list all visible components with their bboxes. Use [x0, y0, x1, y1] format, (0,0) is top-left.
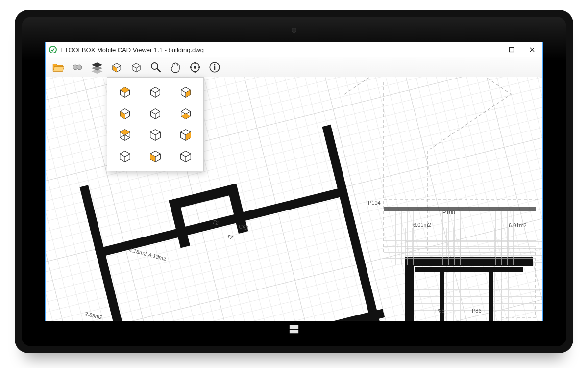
svg-rect-0 [290, 325, 294, 329]
drawing-label: 6.01m2 [413, 222, 431, 228]
app-icon [46, 46, 60, 53]
svg-point-8 [77, 65, 82, 70]
view-wire-button[interactable] [142, 82, 169, 101]
info-button[interactable] [206, 59, 223, 76]
view-iso-e-button[interactable] [172, 126, 199, 144]
svg-marker-11 [92, 69, 103, 74]
drawing-label: P108 [442, 210, 455, 215]
pan-button[interactable] [167, 59, 184, 76]
view-right-button[interactable] [172, 82, 199, 101]
svg-rect-5 [489, 50, 493, 50]
view-preset-a-button[interactable] [108, 59, 125, 76]
view-preset-b-button[interactable] [128, 59, 145, 76]
svg-point-19 [190, 66, 192, 68]
svg-rect-1 [294, 325, 298, 329]
svg-point-21 [214, 64, 216, 66]
svg-rect-2 [290, 330, 294, 333]
view-iso-se-button[interactable] [172, 147, 199, 166]
view-left-button[interactable] [111, 104, 139, 123]
flat-grid-zone [384, 207, 536, 265]
view-front-button[interactable] [111, 82, 139, 101]
minimize-button[interactable] [481, 42, 501, 57]
svg-point-15 [194, 66, 196, 69]
app-window: ETOOLBOX Mobile CAD Viewer 1.1 - buildin… [45, 42, 543, 321]
title-bar: ETOOLBOX Mobile CAD Viewer 1.1 - buildin… [46, 42, 542, 57]
svg-point-17 [198, 66, 200, 68]
svg-point-18 [194, 71, 196, 73]
open-file-button[interactable] [49, 59, 66, 76]
view-iso-w-button[interactable] [111, 147, 139, 166]
drawing-label: P104 [368, 200, 381, 206]
drawing-label: 6.01m2 [509, 222, 527, 228]
drawing-label: P85 [435, 308, 445, 314]
svg-rect-6 [510, 48, 514, 52]
main-toolbar [46, 57, 542, 78]
view-iso-ne-button[interactable] [142, 126, 169, 144]
maximize-button[interactable] [501, 42, 522, 57]
svg-point-16 [194, 62, 196, 64]
view-bottom-button[interactable] [172, 104, 199, 123]
view-iso-sw-button[interactable] [142, 147, 169, 166]
view-iso-nw-button[interactable] [111, 126, 139, 144]
tablet-frame: ETOOLBOX Mobile CAD Viewer 1.1 - buildin… [15, 10, 573, 353]
svg-rect-22 [214, 66, 215, 70]
tablet-camera-icon [292, 28, 296, 33]
svg-rect-3 [294, 330, 298, 333]
link-button[interactable] [69, 59, 86, 76]
close-button[interactable] [522, 42, 542, 57]
drawing-label: P86 [472, 308, 482, 314]
zoom-button[interactable] [147, 59, 164, 76]
layers-button[interactable] [89, 59, 105, 76]
view-preset-panel [107, 77, 204, 171]
windows-home-icon[interactable] [289, 324, 299, 338]
window-title: ETOOLBOX Mobile CAD Viewer 1.1 - buildin… [60, 46, 481, 53]
view-wire2-button[interactable] [142, 104, 169, 123]
orbit-button[interactable] [187, 59, 203, 76]
svg-line-13 [157, 68, 160, 72]
